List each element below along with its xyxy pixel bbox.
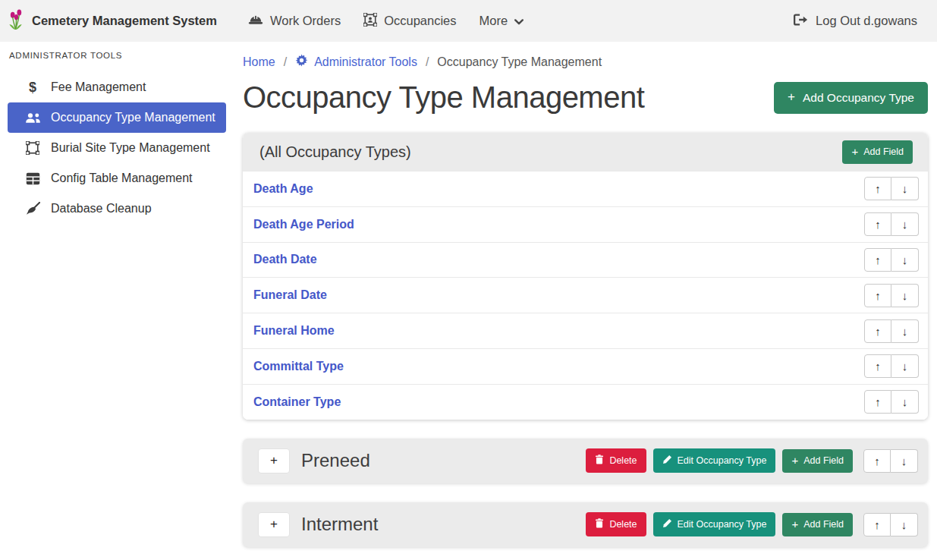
move-down-button[interactable]: ↓ [891, 248, 919, 272]
pencil-icon [662, 518, 672, 530]
delete-button[interactable]: Delete [586, 448, 646, 473]
add-field-button[interactable]: + Add Field [782, 449, 853, 473]
plus-icon: + [851, 146, 858, 157]
top-navbar: Cemetery Management System Work Orders [0, 0, 937, 42]
logout-button[interactable]: Log Out d.gowans [794, 14, 917, 29]
app-title: Cemetery Management System [32, 14, 217, 28]
field-link-death-age-period[interactable]: Death Age Period [253, 218, 354, 231]
reorder-buttons: ↑ ↓ [864, 284, 919, 307]
sidebar-item-burial-site-type-management[interactable]: Burial Site Type Management [8, 133, 226, 163]
move-up-button[interactable]: ↑ [864, 248, 891, 272]
edit-occupancy-type-button[interactable]: Edit Occupancy Type [653, 448, 776, 473]
move-down-button[interactable]: ↓ [891, 284, 919, 307]
plus-icon: + [791, 518, 798, 530]
occupancy-type-section-interment: + Interment Delete [243, 502, 928, 547]
field-link-committal-type[interactable]: Committal Type [253, 360, 344, 373]
move-down-button[interactable]: ↓ [891, 319, 919, 343]
plus-icon: + [788, 90, 795, 103]
page-title: Occupancy Type Management [243, 80, 644, 115]
breadcrumb-admin-tools-link[interactable]: Administrator Tools [295, 54, 417, 70]
trash-icon [595, 455, 604, 467]
breadcrumb-separator: / [426, 55, 429, 69]
logout-label: Log Out d.gowans [816, 14, 917, 28]
breadcrumb: Home / Administrator Tools / Occupancy T… [243, 54, 928, 70]
nav-work-orders-label: Work Orders [270, 14, 341, 28]
add-field-label: Add Field [803, 455, 844, 466]
sidebar-section-header: ADMINISTRATOR TOOLS [0, 51, 235, 60]
move-down-button[interactable]: ↓ [891, 212, 919, 236]
expand-section-button[interactable]: + [258, 448, 290, 473]
add-occupancy-type-button[interactable]: + Add Occupancy Type [774, 82, 928, 114]
move-up-button[interactable]: ↑ [864, 390, 891, 414]
occupancies-frame-person-icon [363, 13, 377, 30]
sidebar-item-occupancy-type-management[interactable]: Occupancy Type Management [8, 102, 226, 133]
reorder-buttons: ↑ ↓ [864, 354, 919, 378]
pencil-icon [662, 455, 672, 467]
sidebar: ADMINISTRATOR TOOLS $ Fee Management Occ… [0, 42, 235, 560]
move-down-button[interactable]: ↓ [891, 449, 918, 473]
occupancy-type-section-preneed: + Preneed Delete [243, 439, 928, 483]
field-link-funeral-date[interactable]: Funeral Date [253, 288, 327, 302]
field-row: Funeral Date ↑ ↓ [243, 277, 928, 313]
breadcrumb-current: Occupancy Type Management [437, 55, 602, 69]
reorder-buttons: ↑ ↓ [864, 319, 919, 343]
field-link-death-date[interactable]: Death Date [253, 253, 317, 266]
sidebar-item-database-cleanup[interactable]: Database Cleanup [8, 193, 226, 224]
move-down-button[interactable]: ↓ [891, 177, 919, 200]
breadcrumb-separator: / [284, 55, 287, 69]
app-brand[interactable]: Cemetery Management System [8, 9, 217, 33]
nav-more-dropdown[interactable]: More [468, 7, 536, 35]
edit-occupancy-type-label: Edit Occupancy Type [678, 455, 767, 466]
edit-occupancy-type-label: Edit Occupancy Type [678, 519, 767, 530]
sign-out-icon [794, 14, 808, 29]
hard-hat-icon [248, 14, 263, 29]
field-link-death-age[interactable]: Death Age [253, 182, 313, 196]
plus-icon: + [791, 455, 798, 466]
field-row: Container Type ↑ ↓ [243, 384, 928, 420]
reorder-buttons: ↑ ↓ [863, 513, 918, 536]
card-title: (All Occupancy Types) [259, 143, 411, 161]
nav-occupancies[interactable]: Occupancies [352, 6, 467, 36]
move-down-button[interactable]: ↓ [891, 513, 918, 536]
reorder-buttons: ↑ ↓ [864, 248, 919, 272]
add-field-button[interactable]: + Add Field [782, 513, 853, 536]
add-field-label: Add Field [803, 519, 844, 530]
delete-label: Delete [609, 519, 637, 530]
move-up-button[interactable]: ↑ [864, 284, 891, 307]
vector-square-icon [23, 141, 42, 155]
nav-work-orders[interactable]: Work Orders [237, 7, 352, 36]
table-icon [23, 172, 42, 185]
section-title: Interment [301, 514, 378, 535]
field-link-funeral-home[interactable]: Funeral Home [253, 324, 335, 338]
add-field-button[interactable]: + Add Field [842, 140, 913, 164]
field-link-container-type[interactable]: Container Type [253, 395, 341, 409]
field-row: Committal Type ↑ ↓ [243, 348, 928, 384]
section-actions: Delete Edit Occupancy Type + Add Field ↑ [586, 512, 918, 536]
move-up-button[interactable]: ↑ [864, 319, 891, 343]
navbar-menu: Work Orders Occupancies More [237, 6, 535, 36]
chevron-down-icon [514, 14, 524, 28]
move-up-button[interactable]: ↑ [863, 449, 891, 473]
nav-more-label: More [480, 14, 508, 28]
reorder-buttons: ↑ ↓ [863, 449, 918, 473]
expand-section-button[interactable]: + [258, 512, 290, 537]
move-up-button[interactable]: ↑ [864, 177, 891, 200]
edit-occupancy-type-button[interactable]: Edit Occupancy Type [653, 512, 776, 536]
move-down-button[interactable]: ↓ [891, 390, 919, 414]
delete-button[interactable]: Delete [586, 512, 646, 536]
breadcrumb-home-link[interactable]: Home [243, 55, 275, 69]
sidebar-item-config-table-management[interactable]: Config Table Management [8, 163, 226, 193]
move-down-button[interactable]: ↓ [891, 354, 919, 378]
sidebar-item-label: Config Table Management [51, 171, 193, 185]
broom-icon [23, 202, 42, 216]
reorder-buttons: ↑ ↓ [864, 177, 919, 200]
sidebar-item-fee-management[interactable]: $ Fee Management [8, 72, 226, 102]
sidebar-item-label: Burial Site Type Management [51, 141, 210, 155]
add-field-label: Add Field [863, 146, 904, 157]
gear-icon [295, 54, 308, 70]
sidebar-item-label: Database Cleanup [51, 202, 152, 216]
move-up-button[interactable]: ↑ [863, 513, 891, 536]
move-up-button[interactable]: ↑ [864, 212, 891, 236]
reorder-buttons: ↑ ↓ [864, 212, 919, 236]
move-up-button[interactable]: ↑ [864, 354, 891, 378]
